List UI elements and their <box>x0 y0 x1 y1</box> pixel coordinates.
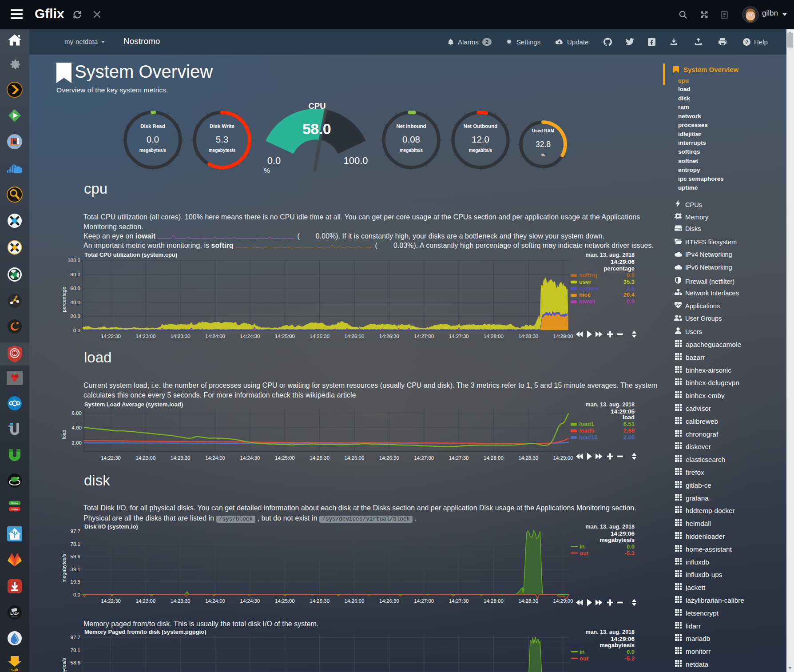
svg-text:load: load <box>623 414 635 421</box>
svg-text:megabits/s: megabits/s <box>469 148 492 153</box>
svg-text:0.0: 0.0 <box>627 272 635 278</box>
svg-text:in: in <box>580 543 585 550</box>
svg-text:14:23:30: 14:23:30 <box>171 455 191 461</box>
svg-text:14:26:30: 14:26:30 <box>379 334 399 339</box>
svg-text:load15: load15 <box>579 434 597 441</box>
svg-text:58.6: 58.6 <box>71 660 80 665</box>
svg-text:0.0: 0.0 <box>73 328 80 333</box>
svg-text:60.0: 60.0 <box>71 286 80 291</box>
svg-text:14:27:30: 14:27:30 <box>449 455 469 461</box>
svg-text:14:29:06: 14:29:06 <box>611 636 635 642</box>
svg-text:megabytes/s: megabytes/s <box>61 658 67 672</box>
svg-text:32.8: 32.8 <box>536 140 551 149</box>
svg-text:%: % <box>541 153 545 157</box>
svg-text:14:27:00: 14:27:00 <box>414 334 434 339</box>
svg-text:Disk Write: Disk Write <box>210 123 234 129</box>
svg-text:20.4: 20.4 <box>623 291 635 298</box>
svg-text:softirq: softirq <box>579 272 597 278</box>
svg-text:0.0: 0.0 <box>147 134 159 144</box>
svg-text:Net Outbound: Net Outbound <box>464 123 498 129</box>
svg-text:80.0: 80.0 <box>71 272 80 277</box>
svg-text:14:25:30: 14:25:30 <box>310 598 330 604</box>
svg-text:megabytes/s: megabytes/s <box>61 553 67 582</box>
svg-text:19.5: 19.5 <box>71 579 80 585</box>
svg-text:14:24:30: 14:24:30 <box>240 334 260 339</box>
svg-text:14:29:00: 14:29:00 <box>553 455 573 461</box>
svg-text:58.6: 58.6 <box>71 554 80 559</box>
svg-text:0.0: 0.0 <box>627 298 635 305</box>
svg-text:14:26:00: 14:26:00 <box>345 334 365 339</box>
svg-text:12.0: 12.0 <box>472 134 489 144</box>
svg-text:megabytes/s: megabytes/s <box>599 537 635 543</box>
svg-text:Offline: Offline <box>11 508 18 511</box>
svg-text:5.3: 5.3 <box>216 134 229 144</box>
svg-text:14:29:00: 14:29:00 <box>553 598 573 604</box>
svg-text:97.7: 97.7 <box>71 529 80 534</box>
svg-text:out: out <box>580 655 589 662</box>
svg-text:14:28:30: 14:28:30 <box>518 455 538 461</box>
svg-text:14:24:00: 14:24:00 <box>205 598 225 604</box>
svg-text:14:28:00: 14:28:00 <box>484 598 504 604</box>
svg-text:6.51: 6.51 <box>623 421 635 427</box>
svg-text:97.7: 97.7 <box>71 635 80 640</box>
svg-text:14:23:30: 14:23:30 <box>171 598 191 604</box>
svg-text:2.06: 2.06 <box>623 434 635 441</box>
svg-text:14:26:00: 14:26:00 <box>345 455 365 461</box>
svg-text:14:23:00: 14:23:00 <box>136 334 156 339</box>
svg-text:14:23:30: 14:23:30 <box>171 334 191 339</box>
svg-text:14:24:30: 14:24:30 <box>240 455 260 461</box>
svg-text:14:26:30: 14:26:30 <box>379 455 399 461</box>
svg-text:0.0: 0.0 <box>627 648 635 655</box>
svg-text:LAZY: LAZY <box>10 612 19 616</box>
svg-text:14:28:00: 14:28:00 <box>484 334 504 339</box>
svg-text:megabytes/s: megabytes/s <box>209 148 236 153</box>
svg-text:System Load Average (system.lo: System Load Average (system.load) <box>84 401 183 408</box>
svg-text:14:29:06: 14:29:06 <box>611 530 635 537</box>
svg-text:out: out <box>580 550 589 557</box>
svg-text:CPU: CPU <box>308 101 326 111</box>
svg-text:2.3: 2.3 <box>627 285 635 292</box>
svg-text:6.00: 6.00 <box>72 410 82 416</box>
svg-text:Memory Paged from/to disk (sys: Memory Paged from/to disk (system.pgpgio… <box>84 628 206 635</box>
svg-text:14:28:30: 14:28:30 <box>518 334 538 339</box>
svg-text:14:28:30: 14:28:30 <box>518 598 538 604</box>
svg-text:load1: load1 <box>579 421 594 427</box>
svg-text:megabytes/s: megabytes/s <box>139 148 167 153</box>
svg-text:0.0: 0.0 <box>627 543 635 550</box>
svg-text:librarian: librarian <box>12 616 18 618</box>
svg-text:14:24:00: 14:24:00 <box>205 334 225 339</box>
svg-text:14:25:00: 14:25:00 <box>275 598 295 604</box>
svg-text:39.1: 39.1 <box>71 567 80 572</box>
svg-text:in: in <box>580 648 585 655</box>
svg-text:percentage: percentage <box>604 265 635 272</box>
svg-text:0.0: 0.0 <box>73 592 80 597</box>
svg-text:Total CPU utilization (system.: Total CPU utilization (system.cpu) <box>84 251 177 258</box>
svg-text:14:29:06: 14:29:06 <box>611 258 635 265</box>
svg-text:megabytes/s: megabytes/s <box>599 642 635 648</box>
svg-text:14:24:00: 14:24:00 <box>205 455 225 461</box>
svg-text:14:27:00: 14:27:00 <box>414 455 434 461</box>
svg-text:man. 13. aug. 2018: man. 13. aug. 2018 <box>586 524 635 530</box>
svg-text:40.0: 40.0 <box>71 300 80 305</box>
svg-text:100.0: 100.0 <box>343 155 368 166</box>
svg-text:14:22:30: 14:22:30 <box>101 334 121 339</box>
svg-text:14:27:30: 14:27:30 <box>449 334 469 339</box>
svg-text:35.3: 35.3 <box>623 278 635 285</box>
svg-text:14:22:30: 14:22:30 <box>101 598 121 604</box>
svg-text:14:25:00: 14:25:00 <box>275 455 295 461</box>
svg-text:Net Inbound: Net Inbound <box>396 123 426 129</box>
svg-text:20.0: 20.0 <box>71 314 80 319</box>
svg-text:Online: Online <box>11 502 18 505</box>
svg-text:14:26:30: 14:26:30 <box>379 598 399 604</box>
svg-text:78.1: 78.1 <box>71 541 80 547</box>
svg-text:14:28:00: 14:28:00 <box>484 455 504 461</box>
svg-text:78.1: 78.1 <box>71 648 80 653</box>
svg-text:14:25:30: 14:25:30 <box>310 334 330 339</box>
svg-text:%: % <box>264 167 270 174</box>
svg-text:58.0: 58.0 <box>302 120 331 137</box>
svg-text:sab: sab <box>11 668 18 672</box>
svg-text:14:22:30: 14:22:30 <box>101 455 121 461</box>
svg-text:-5.3: -5.3 <box>625 550 635 557</box>
svg-text:system: system <box>579 285 599 292</box>
svg-text:14:24:30: 14:24:30 <box>240 598 260 604</box>
